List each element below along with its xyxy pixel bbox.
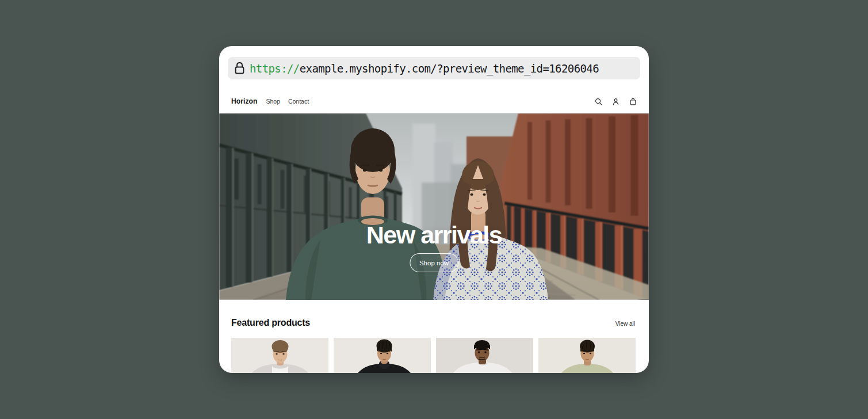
product-grid	[231, 338, 636, 373]
product-photo-sage-top	[538, 338, 636, 373]
storefront-header: Horizon Shop Contact	[219, 90, 649, 113]
nav-link-contact[interactable]: Contact	[288, 98, 309, 105]
browser-preview-window: https://example.myshopify.com/?preview_t…	[219, 46, 649, 373]
product-photo-white-tshirt	[436, 338, 533, 373]
product-photo-gray-sweatshirt	[231, 338, 328, 373]
featured-products-header: Featured products View all	[231, 318, 635, 328]
featured-products-title: Featured products	[231, 318, 310, 328]
nav-link-shop[interactable]: Shop	[266, 98, 280, 105]
cart-icon[interactable]	[629, 98, 637, 105]
product-card[interactable]	[538, 338, 636, 373]
hero-banner: New arrivals Shop now	[219, 113, 649, 300]
url-rest: example.myshopify.com/?preview_theme_id=…	[300, 62, 599, 75]
hero-title: New arrivals	[219, 221, 649, 249]
main-nav: Shop Contact	[266, 98, 309, 105]
account-icon[interactable]	[612, 98, 620, 105]
product-photo-black-turtleneck	[334, 338, 431, 373]
product-card[interactable]	[334, 338, 431, 373]
product-card[interactable]	[231, 338, 328, 373]
header-icons	[595, 98, 637, 105]
lock-icon	[234, 62, 245, 75]
address-bar[interactable]: https://example.myshopify.com/?preview_t…	[228, 57, 640, 79]
shop-now-button[interactable]: Shop now	[410, 253, 458, 272]
url-text[interactable]: https://example.myshopify.com/?preview_t…	[250, 62, 599, 75]
desktop-background: { "browser": { "url_scheme": "https://",…	[0, 0, 868, 419]
brand-logo[interactable]: Horizon	[231, 97, 257, 105]
view-all-link[interactable]: View all	[615, 321, 635, 327]
search-icon[interactable]	[595, 98, 602, 105]
product-card[interactable]	[436, 338, 533, 373]
url-scheme: https://	[250, 62, 300, 75]
